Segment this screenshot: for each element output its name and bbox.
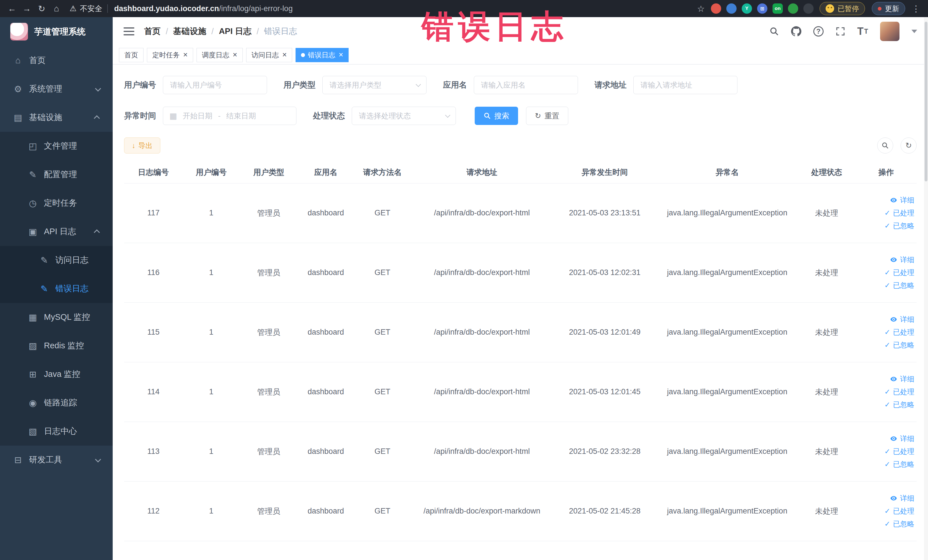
tab-close-icon[interactable]: × bbox=[339, 51, 343, 59]
paused-button[interactable]: 已暂停 bbox=[820, 2, 865, 15]
sidebar-item-tools-14[interactable]: ⊟研发工具 bbox=[0, 446, 113, 474]
exception-time-range[interactable]: ▦ 开始日期 - 结束日期 bbox=[163, 107, 296, 125]
extension-on-badge[interactable]: on bbox=[772, 3, 783, 14]
export-button[interactable]: ↓ 导出 bbox=[124, 137, 160, 154]
mark-processed-link[interactable]: ✓已处理 bbox=[856, 268, 914, 277]
process-status-select[interactable]: 请选择处理状态 bbox=[352, 107, 456, 125]
breadcrumb-separator: / bbox=[211, 27, 214, 36]
mark-processed-link[interactable]: ✓已处理 bbox=[856, 328, 914, 337]
cell-request-url: /api/infra/db-doc/export-html bbox=[411, 183, 553, 243]
github-icon[interactable] bbox=[791, 26, 801, 37]
browser-menu-icon[interactable]: ⋮ bbox=[909, 2, 923, 15]
tab-close-icon[interactable]: × bbox=[282, 51, 287, 59]
check-icon: ✓ bbox=[884, 520, 890, 528]
hamburger-icon[interactable] bbox=[124, 27, 134, 35]
mark-ignored-link[interactable]: ✓已忽略 bbox=[856, 519, 914, 529]
detail-link[interactable]: 详细 bbox=[856, 434, 914, 443]
user-avatar[interactable] bbox=[880, 22, 899, 41]
sidebar-item-timer-5[interactable]: ◷定时任务 bbox=[0, 189, 113, 217]
tab-3[interactable]: 访问日志× bbox=[246, 48, 292, 62]
url-domain: dashboard.yudao.iocoder.cn bbox=[114, 4, 219, 13]
breadcrumb-item[interactable]: 首页 bbox=[144, 26, 160, 37]
scrollbar-thumb[interactable] bbox=[925, 22, 927, 182]
search-icon[interactable] bbox=[769, 26, 779, 36]
tab-1[interactable]: 定时任务× bbox=[147, 48, 193, 62]
check-icon: ✓ bbox=[884, 401, 890, 409]
reload-icon[interactable]: ↻ bbox=[35, 2, 49, 15]
tab-label: 首页 bbox=[124, 50, 138, 60]
java-icon: ⊞ bbox=[27, 369, 39, 380]
sidebar-item-config-4[interactable]: ✎配置管理 bbox=[0, 160, 113, 189]
user-type-select[interactable]: 请选择用户类型 bbox=[322, 76, 426, 94]
tab-4[interactable]: 错误日志× bbox=[296, 48, 349, 62]
page-content: 用户编号 用户类型 请选择用户类型 应用名 bbox=[113, 64, 928, 560]
mark-processed-link[interactable]: ✓已处理 bbox=[856, 208, 914, 218]
breadcrumb-item[interactable]: 基础设施 bbox=[173, 26, 206, 37]
extension-icon-1[interactable] bbox=[711, 3, 721, 14]
cell-app-name: dashboard bbox=[298, 183, 354, 243]
search-button[interactable]: 搜索 bbox=[475, 107, 518, 125]
update-button[interactable]: 更新 bbox=[872, 2, 905, 15]
tab-2[interactable]: 调度日志× bbox=[197, 48, 243, 62]
mark-ignored-link[interactable]: ✓已忽略 bbox=[856, 340, 914, 350]
mark-ignored-link[interactable]: ✓已忽略 bbox=[856, 281, 914, 290]
tab-close-icon[interactable]: × bbox=[183, 51, 188, 59]
logo-bar[interactable]: 芋道管理系统 bbox=[0, 17, 113, 46]
forward-icon[interactable]: → bbox=[20, 2, 34, 15]
request-url-input[interactable] bbox=[633, 76, 737, 94]
detail-link[interactable]: 详细 bbox=[856, 315, 914, 324]
tab-label: 定时任务 bbox=[152, 50, 180, 60]
mark-processed-link[interactable]: ✓已处理 bbox=[856, 447, 914, 456]
extension-icon-4[interactable]: ⊞ bbox=[757, 3, 768, 14]
sidebar-item-log-center-13[interactable]: ▧日志中心 bbox=[0, 417, 113, 446]
extension-icon-2[interactable] bbox=[726, 3, 737, 14]
sidebar-item-label: 配置管理 bbox=[44, 169, 77, 180]
mark-processed-link[interactable]: ✓已处理 bbox=[856, 507, 914, 516]
sidebar-item-home-0[interactable]: ⌂首页 bbox=[0, 46, 113, 75]
site-security-indicator[interactable]: ⚠ 不安全 bbox=[70, 4, 102, 14]
bookmark-star-icon[interactable]: ☆ bbox=[694, 2, 708, 15]
mark-ignored-link[interactable]: ✓已忽略 bbox=[856, 221, 914, 230]
sidebar-item-api-log-6[interactable]: ▣API 日志 bbox=[0, 217, 113, 246]
detail-link[interactable]: 详细 bbox=[856, 374, 914, 384]
sidebar-item-trace-12[interactable]: ◉链路追踪 bbox=[0, 389, 113, 417]
page-scrollbar[interactable] bbox=[924, 17, 928, 560]
extension-icon-6[interactable] bbox=[788, 3, 798, 14]
refresh-table-button[interactable]: ↻ bbox=[901, 137, 917, 154]
app-title: 芋道管理系统 bbox=[34, 26, 85, 38]
mark-ignored-link[interactable]: ✓已忽略 bbox=[856, 400, 914, 409]
browser-home-icon[interactable]: ⌂ bbox=[50, 2, 63, 15]
detail-link[interactable]: 详细 bbox=[856, 255, 914, 264]
help-icon[interactable]: ? bbox=[814, 26, 824, 37]
font-size-icon[interactable]: TT bbox=[857, 25, 868, 37]
sidebar-item-infrastructure-2[interactable]: ▤基础设施 bbox=[0, 103, 113, 132]
eye-icon bbox=[890, 256, 897, 264]
sidebar-item-file-3[interactable]: ◰文件管理 bbox=[0, 132, 113, 160]
address-bar[interactable]: dashboard.yudao.iocoder.cn/infra/log/api… bbox=[114, 4, 293, 13]
extension-icon-3[interactable]: Y bbox=[742, 3, 752, 14]
caret-down-icon[interactable] bbox=[911, 30, 917, 33]
cell-actions: 详细✓已处理✓已忽略 bbox=[856, 422, 917, 481]
detail-link[interactable]: 详细 bbox=[856, 493, 914, 503]
mark-ignored-link[interactable]: ✓已忽略 bbox=[856, 459, 914, 469]
sidebar-item-gear-1[interactable]: ⚙系统管理 bbox=[0, 75, 113, 103]
fullscreen-icon[interactable] bbox=[836, 26, 845, 36]
sidebar-item-java-11[interactable]: ⊞Java 监控 bbox=[0, 360, 113, 389]
extension-icon-7[interactable] bbox=[803, 3, 814, 14]
sidebar-item-access-log-7[interactable]: ✎访问日志 bbox=[0, 246, 113, 275]
breadcrumb-item[interactable]: API 日志 bbox=[219, 26, 251, 37]
download-icon: ↓ bbox=[132, 142, 136, 150]
cell-exception-time: 2021-05-03 12:01:45 bbox=[553, 362, 657, 422]
sidebar-item-error-log-8[interactable]: ✎错误日志 bbox=[0, 275, 113, 303]
reset-button[interactable]: ↻ 重置 bbox=[526, 107, 568, 125]
tab-0[interactable]: 首页 bbox=[119, 48, 143, 62]
detail-link[interactable]: 详细 bbox=[856, 195, 914, 205]
toggle-search-button[interactable] bbox=[877, 137, 893, 154]
user-id-input[interactable] bbox=[163, 76, 267, 94]
tab-close-icon[interactable]: × bbox=[233, 51, 237, 59]
sidebar-item-redis-10[interactable]: ▨Redis 监控 bbox=[0, 331, 113, 360]
app-name-input[interactable] bbox=[474, 76, 578, 94]
back-icon[interactable]: ← bbox=[5, 2, 19, 15]
sidebar-item-mysql-9[interactable]: ▦MySQL 监控 bbox=[0, 303, 113, 331]
mark-processed-link[interactable]: ✓已处理 bbox=[856, 387, 914, 397]
